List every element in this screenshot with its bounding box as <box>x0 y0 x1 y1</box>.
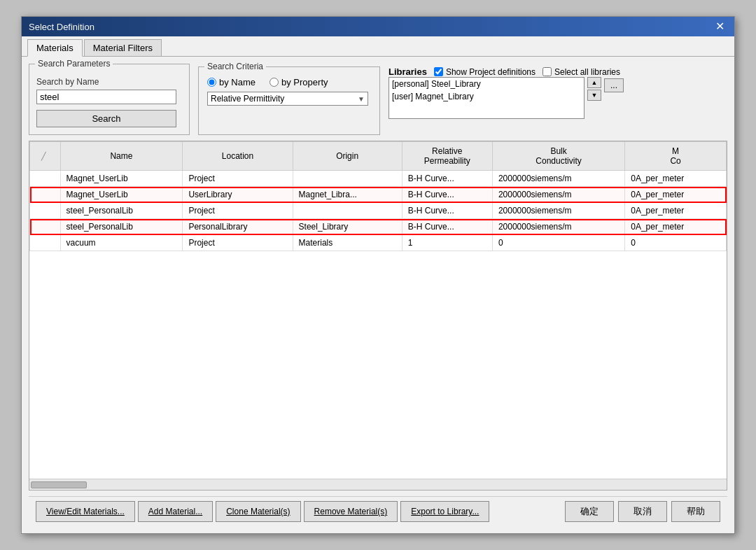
cell-rel_perm: B-H Curve... <box>402 203 492 219</box>
search-criteria-label: Search Criteria <box>204 62 266 71</box>
cell-name: steel_PersonalLib <box>60 219 183 235</box>
select-all-libraries-checkbox[interactable]: Select all libraries <box>542 67 620 77</box>
libraries-list[interactable]: [personal] Steel_Library [user] Magnet_L… <box>388 77 584 119</box>
cell-bulk_cond: 2000000siemens/m <box>492 187 624 203</box>
remove-material-button[interactable]: Remove Material(s) <box>304 501 398 522</box>
table-row[interactable]: steel_PersonalLibPersonalLibrarySteel_Li… <box>30 219 727 235</box>
cell-origin: Materials <box>293 235 402 251</box>
cell-location: Project <box>183 235 293 251</box>
dialog-title: Select Definition <box>29 22 94 32</box>
search-params-box: Search Parameters Search by Name Search <box>29 64 190 135</box>
cell-bulk_cond: 2000000siemens/m <box>492 219 624 235</box>
main-content: Search Parameters Search by Name Search … <box>22 57 734 533</box>
cell-location: UserLibrary <box>183 187 293 203</box>
table-row[interactable]: Magnet_UserLibUserLibraryMagnet_Libra...… <box>30 187 727 203</box>
list-item: [user] Magnet_Library <box>389 90 584 103</box>
col-m-co[interactable]: MCo <box>625 142 727 171</box>
materials-table-container: ╱ Name Location Origin RelativePermeabil… <box>29 141 727 491</box>
col-location[interactable]: Location <box>183 142 293 171</box>
libraries-section: Libraries Show Project definitions Selec… <box>388 64 727 135</box>
scroll-up-button[interactable]: ▲ <box>587 77 601 88</box>
cell-icon <box>30 203 61 219</box>
cell-icon <box>30 235 61 251</box>
title-bar: Select Definition ✕ <box>22 17 734 36</box>
cell-location: Project <box>183 171 293 187</box>
cell-bulk_cond: 2000000siemens/m <box>492 203 624 219</box>
select-definition-dialog: Select Definition ✕ Materials Material F… <box>21 16 735 534</box>
add-material-button[interactable]: Add Material... <box>138 501 213 522</box>
col-origin[interactable]: Origin <box>293 142 402 171</box>
scrollbar-thumb[interactable] <box>31 481 87 488</box>
tabs-container: Materials Material Filters <box>22 36 734 57</box>
table-row[interactable]: Magnet_UserLibProjectB-H Curve...2000000… <box>30 171 727 187</box>
radio-group: by Name by Property <box>207 77 371 87</box>
list-item: [personal] Steel_Library <box>389 78 584 90</box>
cell-icon <box>30 187 61 203</box>
tab-material-filters[interactable]: Material Filters <box>84 39 162 56</box>
cell-m_co: 0 <box>625 235 727 251</box>
dropdown-arrow-icon: ▼ <box>358 95 365 103</box>
cell-bulk_cond: 0 <box>492 235 624 251</box>
col-icon: ╱ <box>30 142 61 171</box>
view-edit-button[interactable]: View/Edit Materials... <box>36 501 135 522</box>
cell-origin: Magnet_Libra... <box>293 187 402 203</box>
cell-origin: Steel_Library <box>293 219 402 235</box>
cell-rel_perm: 1 <box>402 235 492 251</box>
clone-material-button[interactable]: Clone Material(s) <box>216 501 300 522</box>
cell-m_co: 0A_per_meter <box>625 171 727 187</box>
cell-m_co: 0A_per_meter <box>625 203 727 219</box>
libraries-label: Libraries <box>388 66 427 77</box>
close-button[interactable]: ✕ <box>713 21 727 32</box>
cell-location: Project <box>183 203 293 219</box>
search-by-name-label: Search by Name <box>36 77 176 87</box>
show-project-def-checkbox[interactable]: Show Project definitions <box>434 67 536 77</box>
cell-icon <box>30 171 61 187</box>
cell-m_co: 0A_per_meter <box>625 219 727 235</box>
scroll-down-button[interactable]: ▼ <box>587 90 601 101</box>
cell-rel_perm: B-H Curve... <box>402 187 492 203</box>
table-row[interactable]: vacuumProjectMaterials100 <box>30 235 727 251</box>
search-button[interactable]: Search <box>36 110 176 127</box>
ok-button[interactable]: 确定 <box>565 501 614 522</box>
bottom-buttons: View/Edit Materials... Add Material... C… <box>29 496 727 526</box>
cell-rel_perm: B-H Curve... <box>402 171 492 187</box>
horizontal-scrollbar[interactable] <box>29 479 727 490</box>
cell-name: Magnet_UserLib <box>60 171 183 187</box>
cell-origin <box>293 203 402 219</box>
search-criteria-box: Search Criteria by Name by Property Rela… <box>198 66 380 135</box>
search-params-label: Search Parameters <box>35 59 113 69</box>
cell-location: PersonalLibrary <box>183 219 293 235</box>
tab-materials[interactable]: Materials <box>27 39 83 57</box>
action-buttons: View/Edit Materials... Add Material... C… <box>36 501 489 522</box>
cell-rel_perm: B-H Curve... <box>402 219 492 235</box>
cell-name: steel_PersonalLib <box>60 203 183 219</box>
more-libraries-button[interactable]: ... <box>604 78 624 92</box>
col-name[interactable]: Name <box>60 142 183 171</box>
col-bulk-cond[interactable]: BulkConductivity <box>492 142 624 171</box>
radio-by-name[interactable]: by Name <box>207 77 255 87</box>
search-input[interactable] <box>36 90 176 104</box>
col-rel-perm[interactable]: RelativePermeability <box>402 142 492 171</box>
cell-name: Magnet_UserLib <box>60 187 183 203</box>
cell-origin <box>293 171 402 187</box>
help-button[interactable]: 帮助 <box>671 501 720 522</box>
table-row[interactable]: steel_PersonalLibProjectB-H Curve...2000… <box>30 203 727 219</box>
cancel-button[interactable]: 取消 <box>618 501 667 522</box>
cell-bulk_cond: 2000000siemens/m <box>492 171 624 187</box>
cell-m_co: 0A_per_meter <box>625 187 727 203</box>
cell-name: vacuum <box>60 235 183 251</box>
property-dropdown[interactable]: Relative Permittivity ▼ <box>207 92 368 106</box>
materials-table: ╱ Name Location Origin RelativePermeabil… <box>29 141 727 251</box>
radio-by-property[interactable]: by Property <box>270 77 328 87</box>
confirm-buttons: 确定 取消 帮助 <box>565 501 720 522</box>
export-button[interactable]: Export to Library... <box>400 501 489 522</box>
table-scroll-area[interactable]: ╱ Name Location Origin RelativePermeabil… <box>29 141 727 479</box>
cell-icon <box>30 219 61 235</box>
